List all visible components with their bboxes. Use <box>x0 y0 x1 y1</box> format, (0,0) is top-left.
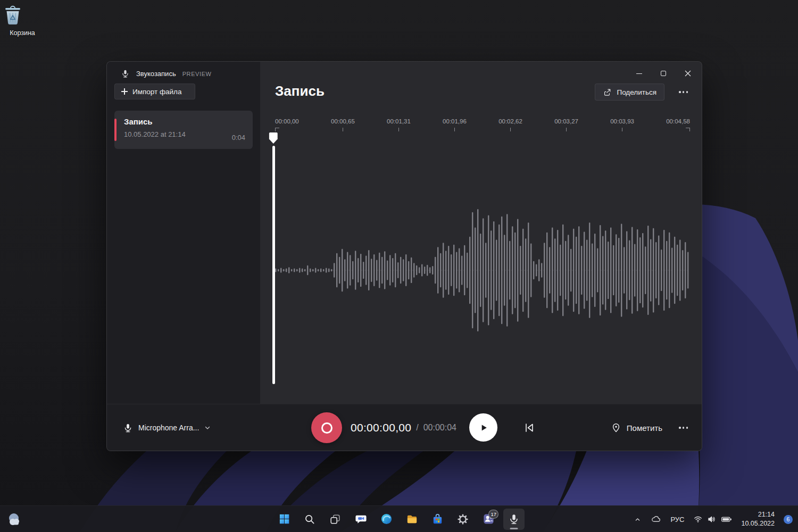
edge-button[interactable] <box>376 509 397 530</box>
chat-icon <box>355 513 367 525</box>
mark-button[interactable]: Пометить <box>611 404 662 451</box>
maximize-icon <box>661 71 666 76</box>
settings-button[interactable] <box>452 509 473 530</box>
file-explorer-button[interactable] <box>401 509 422 530</box>
recycle-bin[interactable]: Корзина <box>2 4 43 37</box>
skip-to-start-button[interactable] <box>523 404 536 451</box>
import-file-button[interactable]: Импорт файла <box>114 84 195 99</box>
language-indicator[interactable]: РУС <box>670 516 684 523</box>
timeline-tick-label: 00:01,31 <box>387 118 411 124</box>
notification-count-badge[interactable]: 6 <box>784 515 793 524</box>
timeline-tick: 00:03,93 <box>610 118 634 131</box>
task-view-icon <box>329 513 341 525</box>
microphone-device-dropdown[interactable]: Microphone Arra... <box>123 404 211 451</box>
clock[interactable]: 21:14 10.05.2022 <box>741 510 775 528</box>
minimize-icon <box>636 73 642 74</box>
app-mic-icon <box>121 69 130 78</box>
play-icon <box>478 422 489 433</box>
timeline-tick-label: 00:04,58 <box>666 118 690 124</box>
windows-start-icon <box>278 513 290 525</box>
volume-icon <box>707 514 717 524</box>
recording-list-item[interactable]: Запись 10.05.2022 at 21:14 0:04 <box>114 111 253 149</box>
search-button[interactable] <box>299 509 320 530</box>
share-button[interactable]: Поделиться <box>595 84 664 101</box>
timeline-tick: 00:00,00 <box>275 118 299 131</box>
timeline-tick-mark <box>398 128 399 131</box>
more-icon <box>679 427 688 428</box>
chat-button[interactable] <box>350 509 371 530</box>
microphone-icon <box>123 423 133 433</box>
onedrive-button[interactable] <box>651 514 661 525</box>
timeline-ruler: 00:00,0000:00,6500:01,3100:01,9600:02,62… <box>275 118 690 131</box>
timeline-tick-label: 00:00,65 <box>331 118 355 124</box>
sound-recorder-taskbar-button[interactable] <box>503 509 525 530</box>
recording-date: 10.05.2022 at 21:14 <box>124 130 245 138</box>
timeline-tick-label: 00:03,27 <box>554 118 578 124</box>
teams-button[interactable]: 17 <box>478 509 499 530</box>
import-file-label: Импорт файла <box>132 88 182 96</box>
timeline-tick-mark <box>510 128 511 131</box>
window-title: Звукозапись <box>136 70 176 78</box>
timeline-tick-mark <box>622 128 622 131</box>
time-separator: / <box>416 423 418 433</box>
timeline-tick-label: 00:01,96 <box>443 118 467 124</box>
chevron-up-icon <box>634 516 642 523</box>
tray-date: 10.05.2022 <box>741 519 775 528</box>
wifi-icon <box>693 514 703 524</box>
more-controls-button[interactable] <box>679 404 688 451</box>
share-icon <box>603 88 612 97</box>
tray-time: 21:14 <box>741 510 775 519</box>
mark-label: Пометить <box>627 423 662 433</box>
timeline-tick-mark <box>566 128 567 131</box>
taskbar: 17 РУС <box>0 505 798 532</box>
sound-recorder-icon <box>508 513 520 525</box>
page-title: Запись <box>275 83 325 99</box>
timeline-tick-mark <box>686 128 690 131</box>
microphone-device-label: Microphone Arra... <box>138 423 199 432</box>
tray-chevron-up-button[interactable] <box>634 516 642 523</box>
search-icon <box>304 513 315 525</box>
timeline-tick-label: 00:02,62 <box>498 118 522 124</box>
timeline-tick: 00:02,62 <box>498 118 522 131</box>
store-icon <box>431 513 444 525</box>
system-tray-cluster[interactable] <box>693 514 732 524</box>
store-button[interactable] <box>427 509 448 530</box>
record-icon <box>321 422 332 434</box>
record-button[interactable] <box>311 412 342 443</box>
selected-indicator <box>114 119 117 141</box>
file-explorer-icon <box>406 513 418 525</box>
close-button[interactable] <box>676 62 700 85</box>
task-view-button[interactable] <box>325 509 346 530</box>
timeline-tick: 00:00,65 <box>331 118 355 131</box>
sound-recorder-window: Звукозапись PREVIEW Импорт файла Запись … <box>106 61 702 451</box>
skip-to-start-icon <box>523 421 536 434</box>
weather-icon <box>6 511 22 527</box>
gear-icon <box>457 513 469 525</box>
transport-bar: Microphone Arra... 00:00:00,00 / 00:00:0… <box>107 404 702 451</box>
playhead-line[interactable] <box>272 146 275 384</box>
timeline-tick: 00:03,27 <box>554 118 578 131</box>
cloud-icon <box>651 514 661 525</box>
marker-pin-icon <box>611 422 621 433</box>
timeline-tick-mark <box>275 128 279 131</box>
timeline-tick: 00:01,31 <box>387 118 411 131</box>
timeline-tick-label: 00:03,93 <box>610 118 634 124</box>
timeline-tick: 00:01,96 <box>443 118 467 131</box>
current-time: 00:00:00,00 <box>351 421 411 434</box>
timeline-tick-mark <box>454 128 455 131</box>
minimize-button[interactable] <box>627 62 651 85</box>
start-button[interactable] <box>273 509 295 530</box>
share-label: Поделиться <box>617 88 656 96</box>
waveform[interactable] <box>275 206 690 334</box>
more-options-button[interactable] <box>679 86 688 98</box>
recycle-bin-label: Корзина <box>2 29 43 37</box>
time-display: 00:00:00,00 / 00:00:04 <box>351 404 456 451</box>
maximize-button[interactable] <box>651 62 676 85</box>
widgets-weather-button[interactable] <box>6 511 22 527</box>
playhead-handle[interactable] <box>269 132 278 146</box>
timeline-tick-label: 00:00,00 <box>275 118 299 124</box>
plus-icon <box>121 88 128 95</box>
play-button[interactable] <box>469 413 497 442</box>
edge-icon <box>380 513 393 525</box>
timeline-tick-mark <box>343 128 343 131</box>
